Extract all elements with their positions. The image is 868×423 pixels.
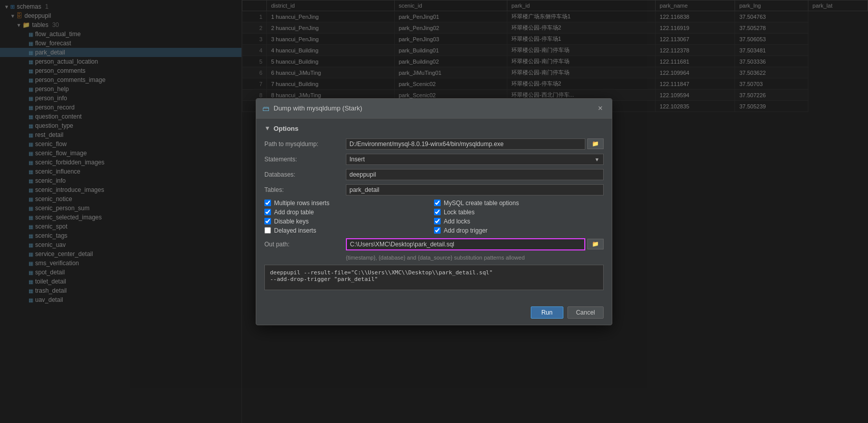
checkbox-row-4: Delayed inserts Add drop trigger <box>264 227 604 234</box>
cb-disable-keys[interactable] <box>264 218 271 224</box>
cb-add-drop-trigger-col: Add drop trigger <box>434 227 604 234</box>
dialog-titlebar: 🗃 Dump with mysqldump (Stark) × <box>256 99 612 119</box>
path-row: Path to mysqldump: 📁 <box>264 138 604 150</box>
out-path-row: Out path: 📁 <box>264 238 604 250</box>
tables-row: Tables: <box>264 184 604 195</box>
path-browse-button[interactable]: 📁 <box>587 138 604 149</box>
path-label: Path to mysqldump: <box>264 140 346 148</box>
dialog-title: Dump with mysqldump (Stark) <box>274 104 595 112</box>
cb-multiple-rows-label: Multiple rows inserts <box>274 200 330 207</box>
dialog-icon: 🗃 <box>262 104 269 112</box>
checkbox-row-1: Multiple rows inserts MySQL create table… <box>264 200 604 207</box>
path-input[interactable] <box>346 138 585 150</box>
databases-label: Databases: <box>264 171 346 178</box>
cb-lock-tables-label: Lock tables <box>444 209 475 216</box>
out-path-control: 📁 <box>346 238 604 250</box>
cmd-preview: deeppupil --result-file="C:\\Users\\XMC\… <box>264 265 604 290</box>
cb-add-drop-table[interactable] <box>264 209 271 215</box>
path-control: 📁 <box>346 138 604 150</box>
tables-field-label: Tables: <box>264 186 346 193</box>
out-path-browse-button[interactable]: 📁 <box>587 239 604 249</box>
options-section-header: ▼ Options <box>264 125 604 132</box>
run-button[interactable]: Run <box>531 306 563 319</box>
cancel-button[interactable]: Cancel <box>567 306 604 319</box>
dialog-close-button[interactable]: × <box>595 103 606 114</box>
cb-delayed-col: Delayed inserts <box>264 227 434 234</box>
cmd-preview-text: deeppupil --result-file="C:\\Users\\XMC\… <box>270 269 493 283</box>
cb-multiple-rows[interactable] <box>264 200 271 206</box>
options-arrow-icon[interactable]: ▼ <box>264 125 270 132</box>
cb-lock-tables[interactable] <box>434 209 441 215</box>
dialog-footer: Run Cancel <box>256 302 612 325</box>
cb-mysql-create-label: MySQL create table options <box>444 200 519 207</box>
cb-mysql-create[interactable] <box>434 200 441 206</box>
statements-select-wrapper: Insert Replace Update <box>346 154 604 165</box>
cb-disable-keys-label: Disable keys <box>274 218 309 225</box>
out-path-input[interactable] <box>346 238 585 250</box>
cb-delayed-inserts[interactable] <box>264 227 271 234</box>
dump-dialog: 🗃 Dump with mysqldump (Stark) × ▼ Option… <box>256 98 612 325</box>
out-path-hint: {timestamp}, {database} and {data_source… <box>346 255 604 261</box>
dialog-body: ▼ Options Path to mysqldump: 📁 Statement… <box>256 119 612 302</box>
checkboxes-grid: Multiple rows inserts MySQL create table… <box>264 200 604 234</box>
cb-add-drop-trigger-label: Add drop trigger <box>444 227 487 234</box>
cb-lock-tables-col: Lock tables <box>434 209 604 216</box>
checkbox-row-3: Disable keys Add locks <box>264 218 604 225</box>
cb-delayed-label: Delayed inserts <box>274 227 316 234</box>
statements-label: Statements: <box>264 156 346 163</box>
cb-add-drop-label: Add drop table <box>274 209 314 216</box>
cb-mysql-create-col: MySQL create table options <box>434 200 604 207</box>
databases-input[interactable] <box>346 169 604 180</box>
cb-add-locks-col: Add locks <box>434 218 604 225</box>
out-path-label: Out path: <box>264 241 346 248</box>
cb-multiple-rows-col: Multiple rows inserts <box>264 200 434 207</box>
databases-control <box>346 169 604 180</box>
cb-add-drop-col: Add drop table <box>264 209 434 216</box>
cb-add-drop-trigger[interactable] <box>434 227 441 234</box>
statements-row: Statements: Insert Replace Update <box>264 154 604 165</box>
tables-input[interactable] <box>346 184 604 195</box>
databases-row: Databases: <box>264 169 604 180</box>
cb-add-locks-label: Add locks <box>444 218 470 225</box>
checkbox-row-2: Add drop table Lock tables <box>264 209 604 216</box>
cb-add-locks[interactable] <box>434 218 441 224</box>
statements-select[interactable]: Insert Replace Update <box>346 154 604 165</box>
dialog-overlay: 🗃 Dump with mysqldump (Stark) × ▼ Option… <box>0 0 868 423</box>
cb-disable-keys-col: Disable keys <box>264 218 434 225</box>
statements-control: Insert Replace Update <box>346 154 604 165</box>
options-title: Options <box>274 125 299 132</box>
tables-control <box>346 184 604 195</box>
